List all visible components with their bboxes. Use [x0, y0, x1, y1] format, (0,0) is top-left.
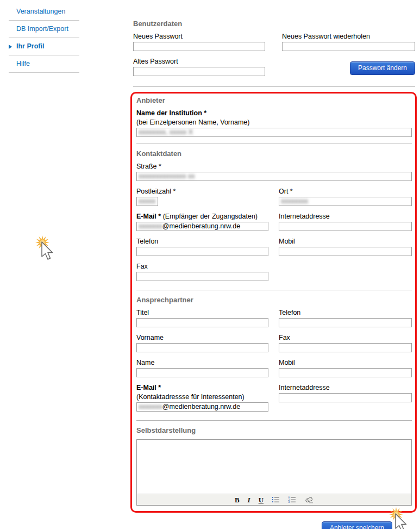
titel-input[interactable]: [136, 318, 268, 327]
ap-email-sublabel: (Kontaktadressse für Interessenten): [136, 393, 268, 401]
institution-sublabel: (bei Einzelpersonen Name, Vorname): [136, 119, 412, 126]
redacted-value: xxxxxxx: [139, 222, 162, 230]
name-label: Name: [136, 359, 268, 366]
section-divider: [136, 144, 412, 144]
bold-button[interactable]: B: [235, 496, 240, 503]
ap-internetaddresse-label: Internetaddresse: [279, 384, 412, 391]
sidebar-item-label: Veranstaltungen: [16, 8, 65, 15]
ort-label: Ort *: [279, 188, 412, 195]
vorname-label: Vorname: [136, 334, 268, 341]
annotation-red-box: Anbieter Name der Institution * (bei Ein…: [130, 92, 417, 513]
ap-internetaddresse-input[interactable]: [279, 393, 412, 402]
ap-fax-label: Fax: [279, 334, 412, 341]
sidebar-item-hilfe[interactable]: Hilfe: [9, 55, 79, 73]
ap-email-label: E-Mail *: [136, 384, 268, 391]
institution-label: Name der Institution *: [136, 109, 412, 117]
click-indicator-cursor: [35, 235, 59, 266]
fax-label: Fax: [136, 263, 268, 270]
section-heading: Kontaktdaten: [136, 150, 412, 158]
altes-passwort-input[interactable]: [133, 67, 265, 76]
ap-telefon-label: Telefon: [279, 309, 412, 316]
redacted-value: xxxxxxx: [139, 403, 162, 410]
section-divider: [133, 86, 415, 87]
sidebar-item-label: DB Import/Export: [16, 25, 68, 33]
internetaddresse-label: Internetaddresse: [279, 213, 412, 220]
click-starburst-icon: [35, 235, 49, 250]
internetaddresse-input[interactable]: [279, 222, 412, 231]
eraser-icon[interactable]: [304, 496, 314, 503]
ap-fax-input[interactable]: [279, 343, 412, 352]
postleitzahl-label: Postleitzahl *: [136, 188, 268, 195]
richtext-editor: B I U 1 2 3: [136, 439, 412, 506]
neues-passwort-wiederholen-label: Neues Passwort wiederholen: [282, 33, 415, 40]
postleitzahl-input[interactable]: xxxxx: [136, 197, 158, 206]
ap-telefon-input[interactable]: [279, 318, 412, 327]
passwort-aendern-button[interactable]: Passwort ändern: [350, 61, 415, 75]
section-heading: Anbieter: [136, 96, 412, 104]
institution-input[interactable]: xxxxxxxx, xxxxx X: [136, 128, 412, 137]
email-empfaenger-label: E-Mail * (Empfänger der Zugangsdaten): [136, 213, 268, 220]
ort-input[interactable]: xxxxxxxx: [279, 197, 412, 206]
section-selbstdarstellung: Selbstdarstellung B I U: [134, 426, 413, 506]
sidebar-item-veranstaltungen[interactable]: Veranstaltungen: [9, 3, 79, 21]
section-heading: Ansprechpartner: [136, 296, 412, 304]
save-row: Anbieter speichern: [130, 521, 417, 529]
email-empfaenger-input[interactable]: xxxxxxx@medienberatung.nrw.de: [136, 222, 268, 231]
active-item-arrow-icon: [9, 45, 12, 49]
anbieter-speichern-button[interactable]: Anbieter speichern: [322, 521, 392, 529]
telefon-label: Telefon: [136, 238, 268, 245]
section-anbieter: Anbieter Name der Institution * (bei Ein…: [134, 96, 413, 144]
numbered-list-icon[interactable]: 1 2 3: [288, 496, 296, 503]
name-input[interactable]: [136, 368, 268, 377]
underline-button[interactable]: U: [259, 496, 264, 503]
mouse-pointer-icon: [42, 242, 53, 259]
mobil-label: Mobil: [279, 238, 412, 245]
italic-button[interactable]: I: [248, 496, 250, 503]
telefon-input[interactable]: [136, 247, 268, 256]
strasse-input[interactable]: xxxxxxxxxxxxxx xx: [136, 172, 412, 181]
sidebar-item-label: Hilfe: [16, 60, 30, 67]
sidebar-item-label: Ihr Profil: [16, 42, 44, 50]
profile-form: Benutzerdaten Neues Passwort Neues Passw…: [130, 20, 417, 529]
section-heading: Benutzerdaten: [133, 20, 415, 28]
section-benutzerdaten: Benutzerdaten Neues Passwort Neues Passw…: [130, 20, 417, 87]
ap-mobil-input[interactable]: [279, 368, 412, 377]
redacted-value: xxxxx: [139, 197, 155, 205]
vorname-input[interactable]: [136, 343, 268, 352]
mobil-input[interactable]: [279, 247, 412, 256]
section-divider: [136, 420, 412, 421]
section-heading: Selbstdarstellung: [136, 426, 412, 434]
redacted-value: xxxxxxxxxxxxxx xx: [139, 172, 195, 180]
ap-email-input[interactable]: xxxxxxx@medienberatung.nrw.de: [136, 402, 268, 412]
richtext-editor-textarea[interactable]: [137, 440, 411, 494]
sidebar-nav: Veranstaltungen DB Import/Export Ihr Pro…: [9, 3, 79, 73]
redacted-value: xxxxxxxx, xxxxx X: [139, 128, 193, 136]
email-domain: @medienberatung.nrw.de: [162, 222, 240, 230]
section-kontaktdaten: Kontaktdaten Straße * xxxxxxxxxxxxxx xx …: [134, 150, 413, 290]
neues-passwort-wiederholen-input[interactable]: [282, 42, 415, 51]
fax-input[interactable]: [136, 272, 268, 281]
svg-text:3: 3: [289, 501, 290, 503]
profile-page: { "sidebar": { "items": [ { "label": "Ve…: [0, 0, 420, 529]
richtext-toolbar: B I U 1 2 3: [137, 494, 411, 505]
sidebar-item-ihr-profil[interactable]: Ihr Profil: [9, 38, 79, 55]
sidebar-item-db-import-export[interactable]: DB Import/Export: [9, 21, 79, 38]
section-divider: [136, 290, 412, 290]
strasse-label: Straße *: [136, 163, 412, 170]
titel-label: Titel: [136, 309, 268, 316]
email-domain: @medienberatung.nrw.de: [162, 403, 240, 410]
ap-mobil-label: Mobil: [279, 359, 412, 366]
altes-passwort-label: Altes Passwort: [133, 58, 265, 65]
redacted-value: xxxxxxxx: [281, 197, 308, 205]
neues-passwort-label: Neues Passwort: [133, 33, 265, 40]
neues-passwort-input[interactable]: [133, 42, 265, 51]
section-ansprechpartner: Ansprechpartner Titel Telefon Vorname Fa…: [134, 296, 413, 421]
bullet-list-icon[interactable]: [272, 496, 280, 503]
